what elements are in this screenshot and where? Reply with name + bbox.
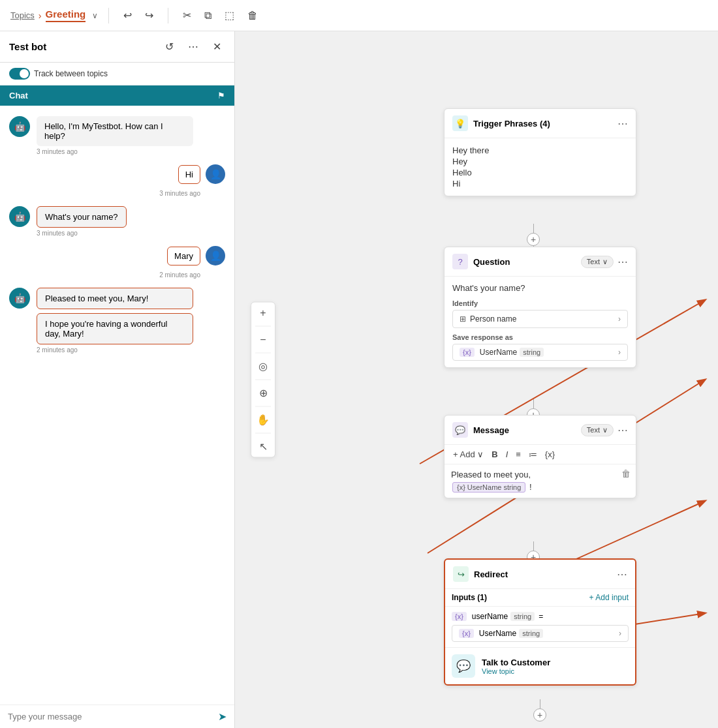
top-bar: Topics › Greeting ∨ ↩ ↪ ✂ ⧉ ⬚ 🗑 bbox=[0, 0, 718, 31]
chat-input[interactable] bbox=[8, 712, 218, 721]
inline-var-username[interactable]: {x} UserName string bbox=[452, 482, 525, 493]
view-topic-link[interactable]: View topic bbox=[482, 667, 550, 675]
close-button[interactable]: ✕ bbox=[209, 38, 225, 55]
more-button[interactable]: ⋯ bbox=[184, 38, 202, 55]
inputs-content: {x} userName string = {x} UserName strin… bbox=[445, 607, 635, 647]
breadcrumb-chevron-icon[interactable]: ∨ bbox=[92, 11, 98, 20]
italic-button[interactable]: I bbox=[504, 449, 510, 460]
text-badge-message[interactable]: Text ∨ bbox=[581, 424, 614, 436]
msg-time-2: 3 minutes ago bbox=[37, 230, 127, 237]
question-header-right: Text ∨ ⋯ bbox=[581, 256, 628, 268]
undo-down-button[interactable]: ↪ bbox=[141, 7, 157, 24]
delete-msg-button[interactable]: 🗑 bbox=[621, 468, 631, 479]
add-button[interactable]: + Add ∨ bbox=[451, 449, 486, 460]
chat-tab-label: Chat bbox=[9, 91, 28, 100]
cut-button[interactable]: ✂ bbox=[179, 7, 195, 24]
input-type-tag: string bbox=[510, 612, 535, 621]
breadcrumb-separator: › bbox=[39, 10, 42, 21]
bot-avatar-2: 🤖 bbox=[9, 206, 30, 227]
question-icon: ? bbox=[452, 254, 468, 269]
save-response-label: Save response as bbox=[452, 333, 628, 341]
bold-button[interactable]: B bbox=[490, 449, 499, 460]
panel-title: Test bot bbox=[9, 41, 46, 52]
msg-time-3: 2 minutes ago bbox=[37, 346, 193, 354]
refresh-button[interactable]: ↺ bbox=[161, 38, 178, 55]
bullet-button[interactable]: ≔ bbox=[527, 449, 539, 460]
var-chevron-right-icon: › bbox=[618, 348, 621, 357]
inputs-label: Inputs (1) bbox=[452, 593, 487, 602]
user-avatar-1: 👤 bbox=[206, 164, 225, 184]
identify-label: Identify bbox=[452, 299, 628, 307]
delete-button[interactable]: 🗑 bbox=[243, 7, 262, 24]
undo-button[interactable]: ↩ bbox=[119, 7, 136, 24]
redirect-more-button[interactable]: ⋯ bbox=[617, 568, 627, 581]
flow-canvas[interactable]: 💡 Trigger Phrases (4) ⋯ Hey there Hey He… bbox=[235, 31, 718, 728]
bot-message-3: 🤖 Pleased to meet you, Mary! I hope you'… bbox=[9, 288, 225, 354]
hand-tool-button[interactable]: ✋ bbox=[255, 414, 271, 427]
bot-avatar-1: 🤖 bbox=[9, 116, 30, 137]
question-more-button[interactable]: ⋯ bbox=[617, 256, 628, 268]
var-box[interactable]: {x} UserName string › bbox=[452, 344, 628, 361]
copy-button[interactable]: ⧉ bbox=[200, 7, 215, 24]
add-step-button-bottom[interactable]: + bbox=[533, 708, 546, 721]
phrase-item-4: Hi bbox=[452, 178, 628, 189]
ref-var-tag: {x} bbox=[459, 629, 474, 638]
user-avatar-2: 👤 bbox=[206, 246, 225, 265]
zoom-sep-4 bbox=[255, 406, 271, 407]
entity-box[interactable]: ⊞ Person name › bbox=[452, 310, 628, 328]
zoom-sep-5 bbox=[255, 433, 271, 434]
zoom-sep-3 bbox=[255, 380, 271, 380]
breadcrumb: Topics › Greeting ∨ bbox=[10, 8, 98, 22]
zoom-in-button[interactable]: + bbox=[255, 307, 271, 320]
text-badge-msg-label: Text bbox=[587, 426, 600, 434]
trigger-node-header: 💡 Trigger Phrases (4) ⋯ bbox=[445, 109, 636, 138]
ref-var-name: UserName bbox=[479, 629, 516, 638]
cursor-tool-button[interactable]: ↖ bbox=[255, 440, 271, 453]
add-input-button[interactable]: + Add input bbox=[589, 593, 629, 602]
paste-button[interactable]: ⬚ bbox=[221, 7, 238, 24]
conn-line-3 bbox=[533, 399, 534, 408]
input-ref-box[interactable]: {x} UserName string › bbox=[452, 625, 629, 642]
trigger-node: 💡 Trigger Phrases (4) ⋯ Hey there Hey He… bbox=[444, 108, 636, 196]
message-icon: 💬 bbox=[452, 422, 468, 438]
bot-message-2: 🤖 What's your name? 3 minutes ago bbox=[9, 206, 225, 237]
entity-icon: ⊞ bbox=[460, 314, 466, 324]
zoom-sep-2 bbox=[255, 353, 271, 354]
toolbar-separator bbox=[108, 8, 109, 23]
var-curly-icon: {x} bbox=[457, 483, 465, 491]
message-title: Message bbox=[473, 425, 509, 435]
var-name: UserName bbox=[480, 348, 517, 357]
main-layout: Test bot ↺ ⋯ ✕ Track between topics Chat… bbox=[0, 31, 718, 728]
zoom-fit-button[interactable]: ⊕ bbox=[255, 387, 271, 400]
message-text-pleased: Pleased to meet you, bbox=[451, 470, 531, 479]
chat-tab[interactable]: Chat ⚑ bbox=[0, 85, 234, 106]
connector-bottom: + bbox=[533, 699, 546, 721]
zoom-sep bbox=[255, 326, 271, 327]
message-more-button[interactable]: ⋯ bbox=[617, 424, 628, 436]
type-tag: string bbox=[520, 348, 544, 357]
toggle-switch[interactable] bbox=[9, 68, 30, 80]
chat-area: 🤖 Hello, I'm MyTestbot. How can I help? … bbox=[0, 106, 234, 705]
trigger-more-button[interactable]: ⋯ bbox=[617, 117, 628, 130]
track-between-topics-toggle-wrap: Track between topics bbox=[0, 63, 234, 85]
list-button[interactable]: ≡ bbox=[514, 449, 523, 460]
ref-chevron-right-icon: › bbox=[619, 629, 621, 638]
zoom-reset-button[interactable]: ◎ bbox=[255, 360, 271, 373]
conn-line-bottom bbox=[540, 699, 540, 708]
breadcrumb-topics[interactable]: Topics bbox=[10, 10, 35, 20]
panel-actions: ↺ ⋯ ✕ bbox=[161, 38, 225, 55]
add-step-button-1[interactable]: + bbox=[527, 233, 540, 246]
bot-bubble-4: I hope you're having a wonderful day, Ma… bbox=[37, 313, 193, 344]
bot-bubble-1: Hello, I'm MyTestbot. How can I help? bbox=[37, 116, 193, 146]
text-badge-label: Text bbox=[587, 258, 600, 265]
send-button[interactable]: ➤ bbox=[218, 710, 226, 723]
message-header-right: Text ∨ ⋯ bbox=[581, 424, 628, 436]
redirect-icon: ↪ bbox=[453, 566, 469, 582]
variable-button[interactable]: {x} bbox=[543, 449, 557, 460]
message-exclamation: ! bbox=[529, 482, 532, 492]
breadcrumb-current[interactable]: Greeting bbox=[46, 8, 86, 22]
question-text: What's your name? bbox=[452, 283, 628, 293]
text-badge-question[interactable]: Text ∨ bbox=[581, 256, 614, 268]
input-var-tag: {x} bbox=[452, 612, 467, 621]
zoom-out-button[interactable]: − bbox=[255, 333, 271, 346]
